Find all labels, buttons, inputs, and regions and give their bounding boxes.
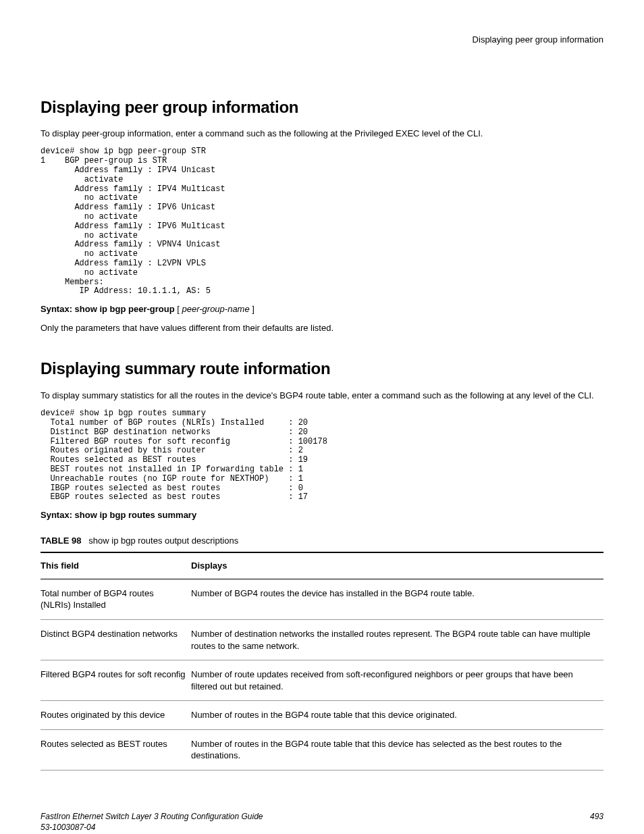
syntax-line-routes-summary: Syntax: show ip bgp routes summary <box>41 509 603 521</box>
table-cell-field: Filtered BGP4 routes for soft reconfig <box>41 660 191 701</box>
table-cell-field: Distinct BGP4 destination networks <box>41 619 191 660</box>
table-row: Total number of BGP4 routes (NLRIs) Inst… <box>41 579 603 619</box>
table-cell-desc: Number of BGP4 routes the device has ins… <box>191 579 603 619</box>
footer-doc-title: FastIron Ethernet Switch Layer 3 Routing… <box>41 811 263 822</box>
table-cell-desc: Number of routes in the BGP4 route table… <box>191 729 603 770</box>
table-cell-field: Total number of BGP4 routes (NLRIs) Inst… <box>41 579 191 619</box>
table-caption: show ip bgp routes output descriptions <box>88 536 238 546</box>
cli-output-routes-summary: device# show ip bgp routes summary Total… <box>41 409 603 502</box>
syntax-bracket-open: [ <box>175 304 182 314</box>
section-heading-summary-route: Displaying summary route information <box>41 358 603 380</box>
syntax-bracket-close: ] <box>250 304 254 314</box>
page-footer: FastIron Ethernet Switch Layer 3 Routing… <box>41 811 603 833</box>
table-cell-desc: Number of destination networks the insta… <box>191 619 603 660</box>
section-heading-peer-group: Displaying peer group information <box>41 97 603 118</box>
table-cell-desc: Number of routes in the BGP4 route table… <box>191 701 603 730</box>
table-cell-desc: Number of route updates received from so… <box>191 660 603 701</box>
syntax-label-2: Syntax: show ip bgp routes summary <box>41 510 196 520</box>
cli-output-peer-group: device# show ip bgp peer-group STR 1 BGP… <box>41 147 603 296</box>
table-number: TABLE 98 <box>41 536 81 546</box>
table-title: TABLE 98 show ip bgp routes output descr… <box>41 535 603 547</box>
section1-intro: To display peer-group information, enter… <box>41 128 603 140</box>
footer-doc-id: 53-1003087-04 <box>41 822 263 833</box>
table-row: Routes selected as BEST routes Number of… <box>41 729 603 770</box>
page-header-right: Displaying peer group information <box>41 34 603 46</box>
syntax-line-peer-group: Syntax: show ip bgp peer-group [ peer-gr… <box>41 303 603 315</box>
table-cell-field: Routes selected as BEST routes <box>41 729 191 770</box>
footer-page-number: 493 <box>590 811 603 833</box>
table-cell-field: Routes originated by this device <box>41 701 191 730</box>
section1-note: Only the parameters that have values dif… <box>41 322 603 334</box>
syntax-var: peer-group-name <box>182 304 249 314</box>
table-header-displays: Displays <box>191 552 603 579</box>
output-descriptions-table: This field Displays Total number of BGP4… <box>41 552 603 770</box>
syntax-label: Syntax: show ip bgp peer-group <box>41 304 175 314</box>
section2-intro: To display summary statistics for all th… <box>41 390 603 402</box>
table-header-field: This field <box>41 552 191 579</box>
table-row: Filtered BGP4 routes for soft reconfig N… <box>41 660 603 701</box>
table-row: Distinct BGP4 destination networks Numbe… <box>41 619 603 660</box>
table-row: Routes originated by this device Number … <box>41 701 603 730</box>
footer-left: FastIron Ethernet Switch Layer 3 Routing… <box>41 811 263 833</box>
